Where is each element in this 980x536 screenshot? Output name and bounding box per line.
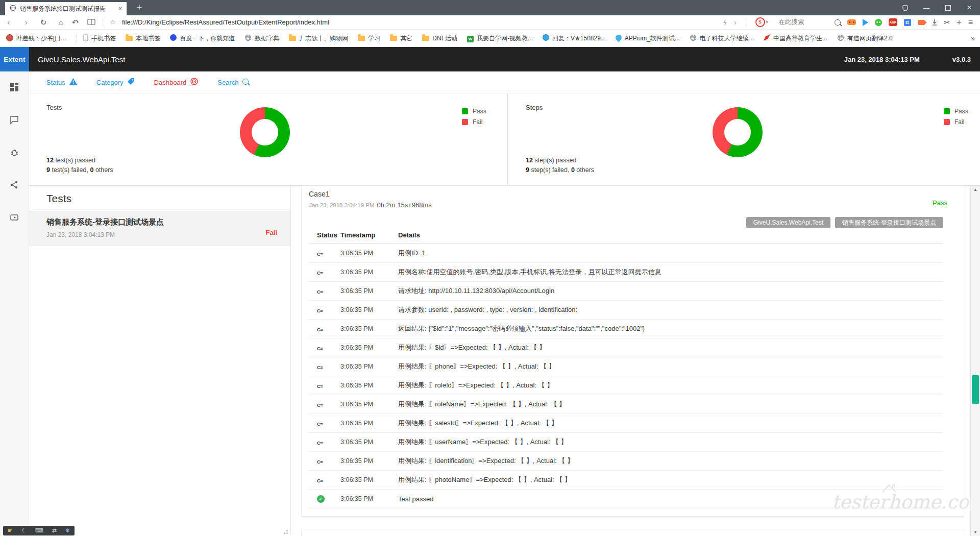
report-header: Extent GiveU.Sales.WebApi.Test Jan 23, 2… bbox=[0, 47, 980, 71]
forward-button[interactable]: › bbox=[17, 17, 35, 28]
url-bar-actions: › S▾ 在此搜索 ABP G ✂ + ≡ bbox=[723, 17, 980, 27]
bookmark-item[interactable]: DNF活动 bbox=[422, 34, 457, 43]
log-details: 用例结果: 〖phone〗=>Expected: 【 】, Actual: 【 … bbox=[398, 362, 943, 371]
bookmark-item[interactable]: 电子科技大学继续... bbox=[690, 34, 754, 43]
scrollbar-thumb[interactable] bbox=[972, 375, 979, 404]
legend-item-fail[interactable]: Fail bbox=[462, 118, 486, 126]
legend-item-fail[interactable]: Fail bbox=[944, 118, 968, 126]
menu-icon[interactable]: ≡ bbox=[968, 18, 973, 27]
bookmark-item[interactable]: 中国高等教育学生... bbox=[764, 34, 827, 43]
steps-passed-line: 12 step(s) passed bbox=[526, 156, 594, 165]
minimize-button[interactable]: — bbox=[916, 0, 937, 15]
bookmark-item[interactable]: 卟差钱丶少爷[口... bbox=[6, 34, 66, 43]
bookmark-item[interactable]: 学习 bbox=[358, 34, 380, 43]
search-icon[interactable] bbox=[835, 19, 841, 26]
ime-moon-icon[interactable]: ☾ bbox=[21, 528, 27, 533]
bookmark-item[interactable]: 数据字典 bbox=[244, 34, 279, 43]
new-tab-button[interactable]: + bbox=[132, 1, 147, 14]
favorite-star-icon[interactable]: ☆ bbox=[106, 18, 120, 26]
maximize-button[interactable] bbox=[937, 0, 959, 15]
browser-tab[interactable]: 销售服务系统接口测试测试报告 × bbox=[5, 2, 127, 15]
legend-label: Fail bbox=[954, 118, 964, 126]
log-row: C≡3:06:35 PM用例结果: 〖$id〗=>Expected: 【 】, … bbox=[309, 338, 943, 357]
globe-icon bbox=[690, 34, 697, 43]
play-icon[interactable] bbox=[863, 19, 868, 26]
plus-icon[interactable]: + bbox=[957, 18, 961, 27]
wechat-icon[interactable] bbox=[875, 19, 882, 26]
reading-view-icon[interactable] bbox=[83, 18, 100, 27]
legend-item-pass[interactable]: Pass bbox=[944, 108, 968, 115]
log-row: C≡3:06:35 PM请求地址: http://10.10.11.132:80… bbox=[309, 282, 943, 301]
bookmark-item[interactable]: 丿志欤丨、购物网 bbox=[289, 34, 348, 43]
bookmark-item[interactable]: W我要自学网-视频教... bbox=[467, 34, 533, 43]
info-status-icon: C≡ bbox=[317, 327, 323, 332]
flash-icon[interactable] bbox=[723, 19, 727, 26]
scroll-down-icon[interactable]: ▼ bbox=[971, 530, 980, 534]
tests-grid-icon[interactable] bbox=[10, 83, 19, 92]
refresh-button[interactable]: ↻ bbox=[35, 18, 52, 27]
nav-item-status[interactable]: Status bbox=[46, 78, 77, 86]
next-case-card-edge[interactable] bbox=[301, 529, 964, 536]
info-status-icon: C≡ bbox=[317, 402, 323, 408]
bookmark-item[interactable]: 百度一下，你就知道 bbox=[170, 34, 235, 43]
bookmark-label: DNF活动 bbox=[432, 34, 457, 43]
case-status-badge: Pass bbox=[933, 199, 947, 207]
screen-record-icon[interactable] bbox=[918, 20, 925, 25]
download-icon[interactable] bbox=[932, 19, 938, 26]
sogou-search-button[interactable]: S▾ bbox=[755, 17, 772, 27]
legend-item-pass[interactable]: Pass bbox=[462, 108, 486, 115]
log-details: 用例结果: 〖roleName〗=>Expected: 【 】, Actual:… bbox=[398, 400, 943, 409]
nav-item-search[interactable]: Search bbox=[217, 79, 249, 86]
test-timestamp: Jan 23, 2018 3:04:13 PM bbox=[46, 231, 290, 238]
ime-move-icon[interactable]: ⇄ bbox=[52, 528, 57, 533]
ime-hand-icon[interactable]: ☛ bbox=[8, 528, 13, 533]
legend-swatch bbox=[944, 119, 950, 125]
log-timestamp: 3:06:35 PM bbox=[340, 476, 398, 483]
nav-item-dashboard[interactable]: Dashboard bbox=[154, 78, 199, 87]
game-controller-icon[interactable] bbox=[847, 19, 856, 25]
undo-caret-icon[interactable]: ▾ bbox=[77, 20, 83, 25]
tests-failed-line: 9 test(s) failed, 0 others bbox=[46, 165, 113, 175]
close-window-button[interactable]: × bbox=[959, 0, 980, 15]
avatar-icon bbox=[6, 34, 13, 43]
log-row: C≡3:06:35 PM用例结果: 〖userName〗=>Expected: … bbox=[309, 433, 943, 452]
vertical-scrollbar[interactable]: ▲ ▼ bbox=[970, 186, 980, 536]
back-button[interactable]: ‹ bbox=[0, 17, 17, 28]
scroll-up-icon[interactable]: ▲ bbox=[971, 187, 980, 192]
extent-logo[interactable]: Extent bbox=[0, 47, 29, 71]
nav-item-category[interactable]: Category bbox=[96, 78, 135, 87]
watermark: testerhome.com bbox=[832, 491, 969, 513]
ime-keyboard-icon[interactable]: ⌨ bbox=[35, 528, 43, 533]
resize-handle[interactable] bbox=[286, 530, 288, 531]
report-header-meta: Jan 23, 2018 3:04:13 PM v3.0.3 bbox=[844, 56, 980, 63]
shield-icon[interactable] bbox=[894, 0, 916, 15]
dashboard-share-icon[interactable] bbox=[10, 180, 19, 189]
translate-icon[interactable]: G bbox=[904, 19, 911, 26]
categories-comment-icon[interactable] bbox=[10, 115, 19, 125]
address-input[interactable]: file:///D:/King/Eclipse/RestAssured/Test… bbox=[122, 18, 329, 26]
bookmark-item[interactable]: 有道网页翻译2.0 bbox=[837, 34, 893, 43]
bookmark-item[interactable]: 回复：V★150829... bbox=[543, 34, 606, 43]
bookmark-item[interactable]: APPium_软件测试... bbox=[616, 34, 680, 43]
bookmarks-bar: » 卟差钱丶少爷[口...手机书签本地书签百度一下，你就知道数据字典丿志欤丨、购… bbox=[0, 30, 980, 47]
chevron-right-icon[interactable]: › bbox=[734, 18, 737, 27]
category-tag[interactable]: GiveU.Sales.WebApi.Test bbox=[746, 217, 830, 228]
tab-close-icon[interactable]: × bbox=[118, 5, 122, 12]
log-timestamp: 3:06:35 PM bbox=[340, 363, 398, 370]
scissors-icon[interactable]: ✂ bbox=[944, 18, 950, 27]
info-status-icon: C≡ bbox=[317, 289, 323, 295]
media-film-icon[interactable] bbox=[10, 213, 19, 222]
bookmark-item[interactable]: 其它 bbox=[390, 34, 412, 43]
log-timestamp: 3:06:35 PM bbox=[340, 250, 398, 257]
log-row: C≡3:06:35 PM用例结果: 〖roleId〗=>Expected: 【 … bbox=[309, 376, 943, 395]
adblock-icon[interactable]: ABP bbox=[889, 18, 897, 26]
exceptions-bug-icon[interactable] bbox=[10, 148, 19, 157]
bookmark-item[interactable]: 手机书签 bbox=[83, 34, 116, 43]
home-button[interactable]: ⌂ bbox=[52, 18, 69, 27]
search-hint-label[interactable]: 在此搜索 bbox=[779, 18, 804, 27]
ime-settings-icon[interactable]: ❄ bbox=[65, 528, 70, 533]
bookmark-item[interactable]: 本地书签 bbox=[126, 34, 160, 43]
bookmarks-overflow-icon[interactable]: » bbox=[971, 34, 975, 42]
category-tag[interactable]: 销售服务系统-登录接口测试场景点 bbox=[835, 217, 943, 228]
test-list-item[interactable]: 销售服务系统-登录接口测试场景点 Jan 23, 2018 3:04:13 PM… bbox=[29, 211, 290, 246]
